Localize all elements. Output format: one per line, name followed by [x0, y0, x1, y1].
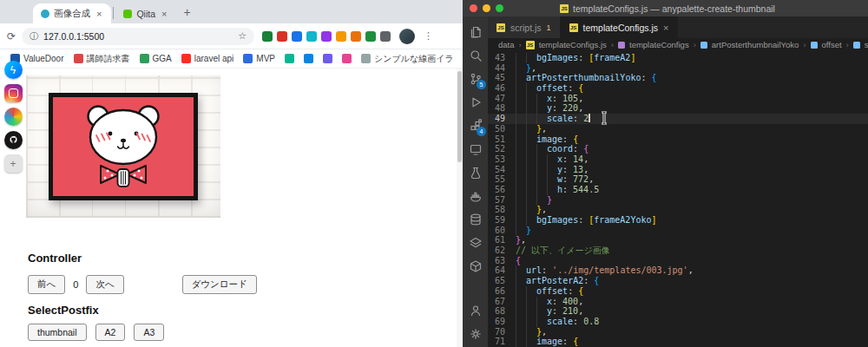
prev-button[interactable]: 前へ — [28, 275, 65, 294]
code-line-55[interactable]: 55w: 772, — [488, 174, 868, 185]
breadcrumb-item[interactable]: templateConfigs.js — [539, 40, 607, 49]
testing-icon[interactable] — [463, 160, 488, 184]
code-line-63[interactable]: 63{ — [488, 256, 868, 266]
tab-script-js[interactable]: JS script.js 1 — [488, 16, 561, 38]
remote-explorer-icon[interactable] — [463, 137, 488, 160]
code-line-64[interactable]: 64url: '../img/templates/003.jpg', — [488, 265, 868, 276]
code-line-59[interactable]: 59bgImages: [frameA2Yoko] — [488, 215, 868, 226]
layers-icon[interactable] — [463, 231, 488, 254]
code-line-47[interactable]: 47x: 105, — [488, 94, 868, 104]
code-line-69[interactable]: 69scale: 0.8 — [488, 317, 868, 327]
code-line-56[interactable]: 56h: 544.5 — [488, 185, 868, 195]
maximize-window-button[interactable] — [496, 4, 503, 12]
bookmark-item[interactable] — [342, 54, 352, 63]
postfix-button-a2[interactable]: A2 — [95, 324, 126, 341]
extension-icon[interactable] — [336, 31, 346, 42]
code-line-50[interactable]: 50}, — [488, 124, 868, 134]
breadcrumb-item[interactable]: scale — [865, 40, 868, 49]
extension-icon[interactable] — [306, 31, 317, 42]
code-line-48[interactable]: 48y: 220, — [488, 103, 868, 114]
code-line-61[interactable]: 61}, — [488, 235, 868, 246]
code-line-46[interactable]: 46offset: { — [488, 83, 868, 94]
bookmark-item[interactable]: MVP — [243, 54, 275, 63]
profile-avatar[interactable] — [399, 29, 415, 44]
messenger-icon[interactable]: ϟ — [4, 61, 23, 79]
code-line-67[interactable]: 67x: 400, — [488, 297, 868, 307]
github-icon[interactable] — [4, 131, 23, 149]
postfix-button-thumbnail[interactable]: thumbnail — [28, 324, 87, 341]
code-line-65[interactable]: 65artPosterA2: { — [488, 276, 868, 286]
run-debug-icon[interactable] — [463, 90, 488, 114]
bookmark-item[interactable]: laravel api — [181, 54, 234, 63]
page-scrollbar[interactable] — [457, 69, 463, 347]
next-button[interactable]: 次へ — [86, 275, 123, 294]
code-line-53[interactable]: 53x: 14, — [488, 154, 868, 165]
browser-tab-active[interactable]: 画像合成 × — [33, 3, 111, 23]
explorer-icon[interactable] — [463, 20, 488, 43]
code-line-70[interactable]: 70}, — [488, 327, 868, 337]
bookmark-item[interactable]: シンプルな線画イラ — [361, 53, 454, 65]
code-line-44[interactable]: 44}, — [488, 63, 868, 74]
breadcrumb-item[interactable]: artPosterthumbnailYoko — [712, 40, 799, 49]
code-line-45[interactable]: 45artPosterthumbnailYoko: { — [488, 73, 868, 83]
code-line-68[interactable]: 68y: 210, — [488, 306, 868, 317]
bookmark-item[interactable]: GGA — [140, 54, 172, 63]
tab-close-icon[interactable]: × — [160, 9, 168, 19]
code-line-60[interactable]: 60} — [488, 226, 868, 236]
code-line-51[interactable]: 51image: { — [488, 134, 868, 145]
browser-menu-icon[interactable]: ⋮ — [424, 30, 433, 42]
add-app-icon[interactable]: + — [4, 154, 23, 173]
bookmark-item[interactable]: 講師請求書 — [74, 53, 130, 65]
extension-icon[interactable] — [351, 31, 361, 42]
breadcrumb-item[interactable]: offset — [822, 40, 842, 49]
bookmark-star-icon[interactable]: ☆ — [238, 30, 247, 42]
extension-icon[interactable] — [292, 31, 302, 42]
code-line-57[interactable]: 57} — [488, 195, 868, 206]
download-button[interactable]: ダウンロード — [182, 275, 257, 294]
code-line-49[interactable]: 49scale: 2 — [488, 114, 868, 124]
extension-icon[interactable] — [380, 31, 391, 42]
extension-icon[interactable] — [321, 31, 332, 42]
code-line-54[interactable]: 54y: 13, — [488, 165, 868, 175]
extension-icon[interactable] — [277, 31, 287, 42]
extension-icon[interactable] — [262, 31, 273, 42]
source-control-icon[interactable]: 5 — [463, 67, 488, 90]
code-editor[interactable]: 43bgImages: [frameA2]44},45artPosterthum… — [488, 51, 868, 347]
code-line-66[interactable]: 66offset: { — [488, 286, 868, 297]
code-line-62[interactable]: 62// 以下、イメージ画像 — [488, 246, 868, 256]
browser-window: 画像合成 × Qiita × + ⟳ ⓘ 127.0.0.1:5500 ☆ ⋮ … — [0, 0, 463, 347]
close-window-button[interactable] — [470, 4, 477, 12]
breadcrumb-item[interactable]: data — [498, 40, 515, 49]
bookmark-item[interactable] — [323, 54, 332, 63]
postfix-button-a3[interactable]: A3 — [134, 324, 164, 341]
code-line-52[interactable]: 52coord: { — [488, 144, 868, 154]
search-icon[interactable] — [463, 43, 488, 67]
site-info-icon[interactable]: ⓘ — [30, 30, 38, 43]
mission-control-icon[interactable] — [4, 108, 23, 126]
tab-templateconfigs-js[interactable]: JS templateConfigs.js × — [561, 16, 679, 38]
settings-gear-icon[interactable] — [463, 322, 488, 345]
tab-close-icon[interactable]: × — [95, 9, 103, 19]
browser-tab-qiita[interactable]: Qiita × — [115, 3, 176, 23]
code-line-43[interactable]: 43bgImages: [frameA2] — [488, 53, 868, 63]
docker-icon[interactable] — [463, 184, 488, 207]
bookmark-item[interactable] — [304, 54, 313, 63]
database-icon[interactable] — [463, 207, 488, 231]
indent-guide — [526, 215, 536, 226]
bookmark-item[interactable] — [285, 54, 294, 63]
code-line-71[interactable]: 71image: { — [488, 337, 868, 347]
instagram-icon[interactable] — [4, 84, 23, 102]
reload-icon[interactable]: ⟳ — [7, 30, 16, 43]
new-tab-button[interactable]: + — [183, 5, 190, 19]
minimize-window-button[interactable] — [483, 4, 490, 12]
extensions-icon[interactable]: 4 — [463, 114, 488, 137]
container-icon[interactable] — [463, 254, 488, 278]
code-line-58[interactable]: 58}, — [488, 205, 868, 215]
url-bar[interactable]: ⓘ 127.0.0.1:5500 ☆ — [22, 28, 254, 45]
extension-icon[interactable] — [365, 31, 376, 42]
tab-close-icon[interactable]: × — [663, 23, 668, 33]
line-number: 51 — [488, 134, 516, 145]
breadcrumb-item[interactable]: templateConfigs — [629, 40, 689, 49]
scrollbar-thumb[interactable] — [457, 71, 462, 162]
accounts-icon[interactable] — [463, 298, 488, 322]
